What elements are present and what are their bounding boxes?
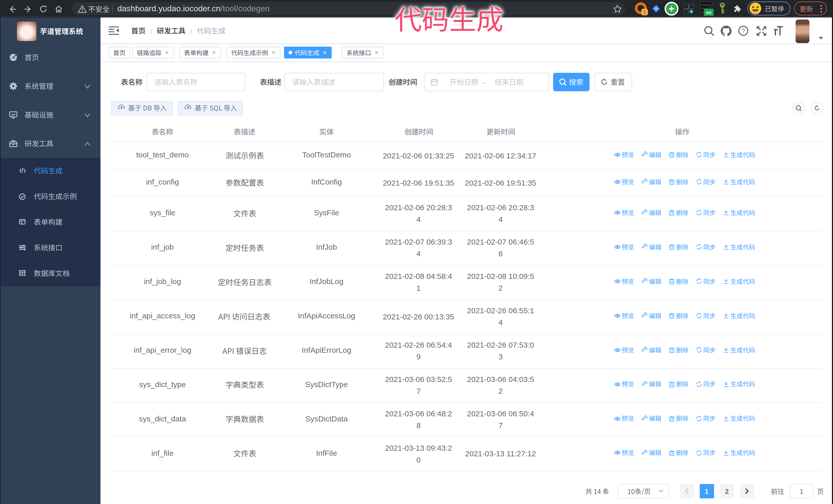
svg-text:1: 1 [643,9,646,15]
svg-text:on: on [706,10,712,15]
svg-text:?: ? [741,27,745,34]
